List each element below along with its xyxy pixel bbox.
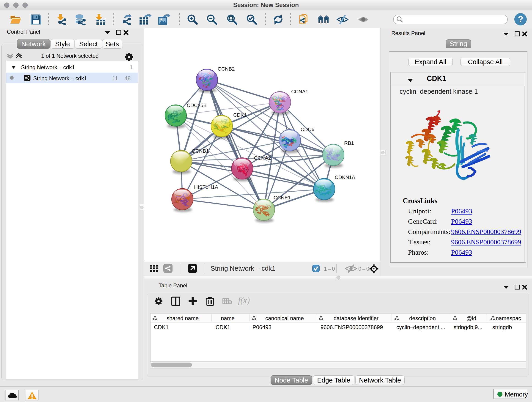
svg-text:CDK1: CDK1 [233,112,247,118]
svg-text:CCNB2: CCNB2 [218,66,235,72]
svg-text:CDC25B: CDC25B [187,102,207,108]
svg-text:canonical name: canonical name [265,315,304,321]
svg-text:CCNB1: CCNB1 [192,148,209,154]
svg-text:database identifier: database identifier [334,315,379,321]
svg-text:name: name [221,315,234,321]
svg-text:@id: @id [466,315,476,321]
svg-text:RB1: RB1 [344,140,354,146]
svg-text:CCNA2: CCNA2 [254,155,271,161]
svg-text:CDKN1A: CDKN1A [335,174,355,180]
svg-text:description: description [409,315,436,321]
svg-text:CCNA1: CCNA1 [291,89,308,95]
svg-text:namespac: namespac [496,315,521,321]
svg-text:HIST1H1A: HIST1H1A [194,184,218,190]
svg-text:CCNE1: CCNE1 [273,195,291,201]
svg-text:CDC6: CDC6 [301,127,314,132]
svg-text:shared name: shared name [167,315,199,321]
